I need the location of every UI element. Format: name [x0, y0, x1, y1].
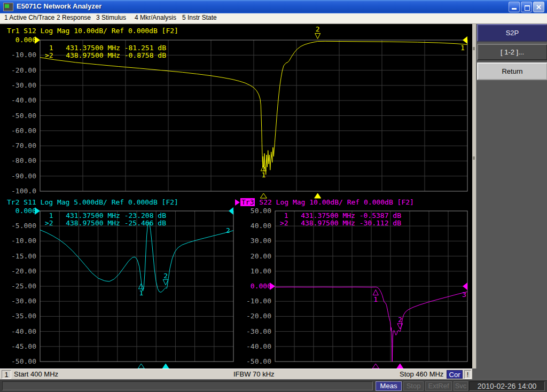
tr2-y-tick-label: -10.00 [2, 237, 36, 245]
tr3-y-tick-label: -50.00 [237, 357, 271, 365]
tr2-y-tick-label: -25.00 [2, 282, 36, 290]
menu-mkr-analysis[interactable]: 4 Mkr/Analysis [135, 14, 176, 21]
marker-1-number: 1 [139, 289, 143, 297]
tr2-settings: S11 Log Mag 5.000dB/ Ref 0.000dB [F2] [24, 198, 178, 206]
tr2-y-tick-label: -15.00 [2, 252, 36, 260]
tr3-marker-readout-line: 1 431.37500 MHz -0.5387 dB [280, 212, 401, 219]
stimulus-marker-2[interactable] [397, 364, 403, 369]
title-bar: E5071C Network Analyzer ✕ [0, 0, 547, 13]
tr2-marker-readout-line: 1 431.37500 MHz -23.208 dB [45, 212, 166, 219]
tr2-header: Tr2 S11 Log Mag 5.000dB/ Ref 0.000dB [F2… [7, 198, 178, 206]
tr2-y-tick-label: -20.00 [2, 267, 36, 275]
softkey-menu-title: S2P [477, 24, 547, 42]
softkey-return-button[interactable]: Return [477, 62, 547, 80]
minimize-button[interactable] [509, 2, 520, 12]
meas-indicator: Meas [376, 381, 402, 391]
tr2-name: Tr2 [7, 198, 19, 206]
tr1-name: Tr1 [7, 27, 19, 35]
tr3-trace-number: 3 [462, 291, 466, 299]
tr2-y-tick-label: 0.000 [2, 207, 36, 215]
datetime-display: 2010-02-26 14:00 [469, 381, 545, 391]
tr1-y-tick-label: -10.00 [2, 51, 36, 59]
stimulus-marker-1[interactable] [372, 364, 379, 369]
tr3-marker-readout-line: >2 438.97500 MHz -30.112 dB [280, 219, 401, 227]
tr2-marker-readout-line: >2 438.97500 MHz -25.466 dB [45, 219, 166, 227]
tr2-y-tick-label: -50.00 [2, 357, 36, 365]
softkey-scrollbar[interactable] [472, 24, 476, 369]
tr3-y-tick-label: 0.000 [237, 282, 271, 290]
marker-2-symbol[interactable] [397, 324, 403, 329]
tr1-marker-readout-line: >2 438.97500 MHz -0.8758 dB [45, 52, 166, 59]
tr3-header: Tr3 S22 Log Mag 10.00dB/ Ref 0.000dB [F2… [240, 198, 414, 206]
marker-2-symbol[interactable] [315, 33, 321, 38]
tr1-y-tick-label: -50.00 [2, 112, 36, 120]
tr2-y-tick-label: -40.00 [2, 327, 36, 335]
message-area [2, 381, 373, 390]
tr1-y-tick-label: -80.00 [2, 156, 36, 164]
start-frequency-label: Start 400 MHz [14, 370, 58, 379]
alert-badge: ! [464, 370, 471, 379]
tr3-y-tick-label: -30.00 [237, 327, 271, 335]
tr1-trace-number: 1 [460, 44, 465, 52]
restore-icon [525, 5, 530, 11]
close-icon: ✕ [536, 3, 542, 11]
softkey-sidebar: S2P [ 1-2 ]... Return [472, 24, 547, 379]
marker-1-number: 1 [261, 171, 265, 179]
minimize-icon [512, 8, 517, 10]
tr3-settings: S22 Log Mag 10.00dB/ Ref 0.000dB [F2] [259, 198, 414, 206]
tr2-y-tick-label: -35.00 [2, 312, 36, 320]
tr3-marker-readout: 1 431.37500 MHz -0.5387 dB>2 438.97500 M… [280, 212, 401, 227]
correction-status-badge: Cor [447, 370, 463, 379]
tr1-y-tick-label: -40.00 [2, 96, 36, 104]
marker-2-number: 2 [398, 316, 402, 324]
close-button[interactable]: ✕ [533, 2, 544, 12]
tr2-trace-number: 2 [226, 226, 230, 234]
instrument-screen: 112212312 Tr1 S12 Log Mag 10.00dB/ Ref 0… [0, 24, 472, 369]
menu-stimulus[interactable]: 3 Stimulus [96, 14, 126, 21]
menu-active-ch-trace[interactable]: 1 Active Ch/Trace [4, 14, 54, 21]
svc-indicator: Svc [454, 381, 468, 391]
tr1-y-tick-label: -60.00 [2, 127, 36, 135]
stimulus-marker-1[interactable] [138, 364, 144, 369]
tr3-y-tick-label: 50.00 [237, 207, 271, 215]
tr3-y-tick-label: -10.00 [237, 297, 271, 305]
tr2-ref-arrow-right [229, 207, 233, 215]
channel-number-badge: 1 [2, 370, 11, 379]
tr3-name-active: Tr3 [240, 198, 255, 206]
system-bar: Meas Stop ExtRef Svc 2010-02-26 14:00 [0, 379, 547, 392]
tr1-y-tick-label: -90.00 [2, 172, 36, 180]
stop-indicator: Stop [403, 381, 424, 391]
tr2-marker-readout: 1 431.37500 MHz -23.208 dB>2 438.97500 M… [45, 212, 166, 227]
tr2-chart[interactable]: 212 [35, 207, 233, 369]
tr1-header: Tr1 S12 Log Mag 10.00dB/ Ref 0.000dB [F2… [7, 27, 178, 35]
tr1-y-tick-label: 0.000 [2, 36, 36, 44]
extref-indicator: ExtRef [425, 381, 452, 391]
tr1-marker-readout: 1 431.37500 MHz -81.251 dB>2 438.97500 M… [45, 44, 166, 59]
tr3-y-tick-label: -40.00 [237, 342, 271, 350]
status-bar: 1 Start 400 MHz IFBW 70 kHz Stop 460 MHz… [0, 369, 472, 379]
tr2-y-tick-label: -45.00 [2, 342, 36, 350]
menu-bar: 1 Active Ch/Trace 2 Response 3 Stimulus … [0, 13, 547, 22]
tr3-y-tick-label: -20.00 [237, 312, 271, 320]
stimulus-marker-2[interactable] [315, 193, 321, 198]
restore-button[interactable] [521, 2, 532, 12]
marker-1-symbol[interactable] [373, 290, 378, 295]
stimulus-marker-1[interactable] [260, 193, 267, 198]
tr1-marker-readout-line: 1 431.37500 MHz -81.251 dB [45, 44, 166, 52]
tr3-ref-arrow-right [463, 283, 467, 290]
stimulus-marker-2[interactable] [162, 364, 169, 369]
softkey-1-2-button[interactable]: [ 1-2 ]... [477, 44, 547, 60]
active-trace-arrow [235, 199, 240, 206]
tr1-y-tick-label: -100.0 [2, 187, 36, 195]
tr1-settings: S12 Log Mag 10.00dB/ Ref 0.000dB [F2] [24, 27, 178, 35]
menu-instr-state[interactable]: 5 Instr State [182, 14, 217, 21]
tr1-y-tick-label: -30.00 [2, 81, 36, 89]
ifbw-label: IFBW 70 kHz [233, 370, 275, 379]
app-window: E5071C Network Analyzer ✕ 1 Active Ch/Tr… [0, 0, 547, 392]
menu-response[interactable]: 2 Response [57, 14, 91, 21]
tr3-y-tick-label: 30.00 [237, 237, 271, 245]
tr1-y-tick-label: -20.00 [2, 66, 36, 74]
tr3-y-tick-label: 40.00 [237, 222, 271, 230]
window-title: E5071C Network Analyzer [17, 2, 101, 10]
charts-canvas[interactable]: 112212312 [0, 24, 472, 369]
